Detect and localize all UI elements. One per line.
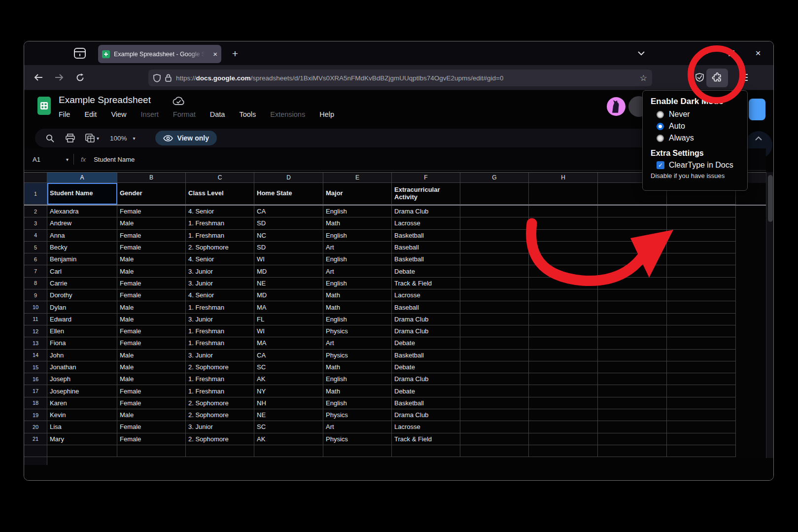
cell[interactable]: Kevin xyxy=(47,409,117,421)
cell[interactable]: Basketball xyxy=(392,253,460,265)
row-number[interactable]: 17 xyxy=(24,385,47,397)
cell[interactable]: Physics xyxy=(323,350,392,361)
row-number[interactable]: 2 xyxy=(24,206,47,217)
cell[interactable]: Male xyxy=(117,265,186,277)
cell[interactable]: 1. Freshman xyxy=(186,301,254,313)
cell[interactable] xyxy=(736,206,766,217)
cell[interactable]: Female xyxy=(117,242,186,253)
firefox-view-icon[interactable] xyxy=(73,48,86,59)
forward-icon[interactable] xyxy=(51,69,68,86)
cell[interactable]: Male xyxy=(117,314,186,325)
cell[interactable] xyxy=(598,373,667,385)
cell[interactable] xyxy=(667,361,736,373)
cell[interactable] xyxy=(460,445,529,457)
cell[interactable]: Carrie xyxy=(47,278,117,289)
cell[interactable]: English xyxy=(323,253,392,265)
row-number[interactable]: 21 xyxy=(24,433,47,445)
cell[interactable] xyxy=(529,433,598,445)
menu-item-format[interactable]: Format xyxy=(173,110,196,118)
cell[interactable]: Dorothy xyxy=(47,289,117,301)
cell[interactable]: 2. Sophomore xyxy=(186,409,254,421)
cell[interactable]: Fiona xyxy=(47,337,117,349)
menu-item-tools[interactable]: Tools xyxy=(239,110,256,118)
cell[interactable]: Jonathan xyxy=(47,361,117,373)
cell[interactable] xyxy=(736,350,766,361)
cell[interactable] xyxy=(736,217,766,229)
cell[interactable]: 1. Freshman xyxy=(186,325,254,337)
cell[interactable] xyxy=(460,433,529,445)
cell[interactable] xyxy=(529,445,598,457)
cell[interactable]: Female xyxy=(117,230,186,242)
cell[interactable]: Art xyxy=(323,421,392,433)
cell[interactable] xyxy=(529,409,598,421)
cell[interactable] xyxy=(736,361,766,373)
column-header-E[interactable]: E xyxy=(323,172,392,183)
cell[interactable]: Ellen xyxy=(47,325,117,337)
column-header-H[interactable]: H xyxy=(529,172,598,183)
cell[interactable] xyxy=(736,289,766,301)
view-only-badge[interactable]: View only xyxy=(155,131,217,145)
cell[interactable]: SC xyxy=(254,421,323,433)
cell[interactable] xyxy=(460,421,529,433)
cell[interactable]: Female xyxy=(117,421,186,433)
cell[interactable] xyxy=(392,445,460,457)
column-header-A[interactable]: A xyxy=(47,172,117,183)
row-number[interactable]: 3 xyxy=(24,217,47,229)
column-header-D[interactable]: D xyxy=(254,172,323,183)
cell[interactable]: Female xyxy=(117,433,186,445)
cell[interactable]: Male xyxy=(117,373,186,385)
cell[interactable] xyxy=(667,445,736,457)
cell[interactable]: FL xyxy=(254,314,323,325)
cell[interactable]: Anna xyxy=(47,230,117,242)
paint-format-icon[interactable] xyxy=(85,134,95,142)
cell[interactable] xyxy=(667,409,736,421)
cell[interactable]: Track & Field xyxy=(392,433,460,445)
cell[interactable]: 2. Sophomore xyxy=(186,242,254,253)
url-bar[interactable]: https://docs.google.com/spreadsheets/d/1… xyxy=(148,70,652,86)
cell[interactable]: Drama Club xyxy=(392,409,460,421)
cell[interactable]: 1. Freshman xyxy=(186,230,254,242)
cell[interactable]: Debate xyxy=(392,337,460,349)
cell[interactable] xyxy=(460,397,529,409)
cell[interactable] xyxy=(323,445,392,457)
cell[interactable]: Debate xyxy=(392,361,460,373)
cell[interactable] xyxy=(736,314,766,325)
menu-item-insert[interactable]: Insert xyxy=(141,110,159,118)
row-number[interactable]: 20 xyxy=(24,421,47,433)
cell[interactable]: SD xyxy=(254,217,323,229)
zoom-caret-icon[interactable]: ▾ xyxy=(133,136,136,141)
cell[interactable] xyxy=(667,350,736,361)
row-number[interactable]: 9 xyxy=(24,289,47,301)
dark-mode-option-always[interactable]: Always xyxy=(657,134,747,142)
cell[interactable]: Drama Club xyxy=(392,314,460,325)
cell[interactable] xyxy=(598,361,667,373)
cell[interactable]: Math xyxy=(323,301,392,313)
cell[interactable] xyxy=(736,301,766,313)
search-icon[interactable] xyxy=(46,134,54,142)
cell[interactable] xyxy=(736,325,766,337)
cell[interactable]: Female xyxy=(117,289,186,301)
cell[interactable] xyxy=(460,385,529,397)
cell[interactable]: Male xyxy=(117,217,186,229)
tab-close-icon[interactable]: × xyxy=(213,50,217,58)
cell[interactable]: Male xyxy=(117,301,186,313)
cell[interactable] xyxy=(529,421,598,433)
cell[interactable]: Lacrosse xyxy=(392,421,460,433)
cell[interactable]: Physics xyxy=(323,325,392,337)
cell[interactable] xyxy=(460,350,529,361)
menu-item-edit[interactable]: Edit xyxy=(84,110,97,118)
name-box[interactable]: A1 ▾ xyxy=(24,156,73,163)
cell[interactable]: Female xyxy=(117,278,186,289)
cell[interactable]: Baseball xyxy=(392,242,460,253)
radio-icon[interactable] xyxy=(657,135,664,142)
cell[interactable]: 2. Sophomore xyxy=(186,433,254,445)
cell[interactable]: Physics xyxy=(323,433,392,445)
cell[interactable] xyxy=(254,445,323,457)
cell[interactable]: John xyxy=(47,350,117,361)
menu-item-view[interactable]: View xyxy=(111,110,126,118)
cell[interactable]: Basketball xyxy=(392,350,460,361)
formula-value[interactable]: Student Name xyxy=(94,156,135,163)
cell[interactable] xyxy=(529,373,598,385)
cell[interactable]: Math xyxy=(323,385,392,397)
print-icon[interactable] xyxy=(66,134,75,142)
